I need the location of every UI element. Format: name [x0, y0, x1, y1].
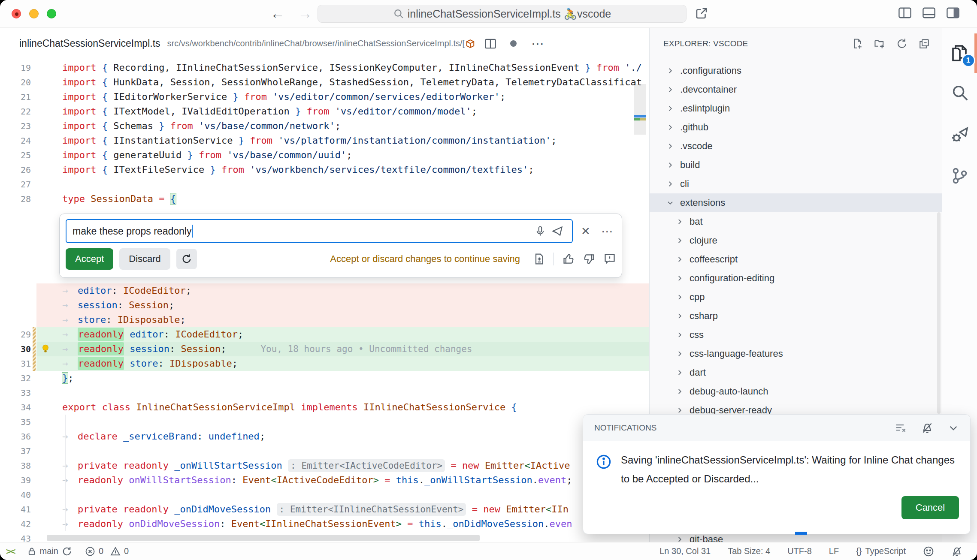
code-line[interactable]: 41→private readonly _onDidMoveSession : … [0, 502, 649, 517]
tree-item-css-language-features[interactable]: css-language-features [650, 344, 942, 363]
tree-item-debug-auto-launch[interactable]: debug-auto-launch [650, 382, 942, 401]
code-line[interactable]: 31→readonly store: IDisposable; [0, 356, 649, 371]
close-icon[interactable]: ✕ [577, 223, 594, 240]
tree-item-devcontainer[interactable]: .devcontainer [650, 80, 942, 99]
tree-item-cpp[interactable]: cpp [650, 288, 942, 307]
code-line[interactable]: 24import { IInstantiationService } from … [0, 133, 649, 148]
code-line[interactable]: 27 [0, 177, 649, 192]
code-line[interactable]: →editor: ICodeEditor; [0, 283, 649, 298]
toggle-sidebar-right-icon[interactable] [946, 7, 960, 19]
code-line[interactable]: 21import { IEditorWorkerService } from '… [0, 90, 649, 104]
problems-indicator[interactable]: 0 0 [85, 546, 129, 557]
code-line[interactable]: 20import { HunkData, Session, SessionWho… [0, 75, 649, 90]
thumbs-down-icon[interactable] [583, 253, 595, 265]
code-line[interactable]: 34export class InlineChatSessionServiceI… [0, 400, 649, 415]
code-line[interactable]: →session: Session; [0, 298, 649, 313]
remote-indicator[interactable]: >< [6, 546, 15, 557]
clear-all-notifications-icon[interactable] [895, 422, 907, 434]
notifications-bell-icon[interactable] [951, 546, 962, 557]
tree-item-clojure[interactable]: clojure [650, 231, 942, 250]
eol-indicator[interactable]: LF [829, 546, 839, 556]
new-folder-icon[interactable] [874, 38, 885, 49]
lightbulb-icon[interactable] [40, 343, 51, 354]
zoom-window-button[interactable] [47, 9, 56, 18]
source-control-view-icon[interactable] [942, 166, 977, 186]
code-line[interactable]: 23import { Schemas } from 'vs/base/commo… [0, 119, 649, 133]
rerun-request-icon[interactable] [176, 249, 197, 269]
code-line[interactable]: 29→readonly editor: ICodeEditor; [0, 327, 649, 342]
code-line[interactable]: 26import { ITextFileService } from 'vs/w… [0, 163, 649, 177]
sidebar-scrollbar[interactable] [937, 212, 941, 414]
code-line[interactable]: 22import { ITextModel, IValidEditOperati… [0, 104, 649, 119]
code-line[interactable]: 42→readonly onDidMoveSession: Event<IInl… [0, 517, 649, 531]
encoding[interactable]: UTF-8 [787, 546, 812, 556]
tree-item-eslintplugin[interactable]: .eslintplugin [650, 99, 942, 118]
collapse-all-icon[interactable] [919, 38, 930, 49]
forward-arrow-icon[interactable]: → [298, 5, 312, 22]
chat-more-actions-icon[interactable]: ⋯ [599, 223, 616, 240]
back-arrow-icon[interactable]: ← [270, 5, 285, 22]
title-search-bar[interactable]: inlineChatSessionServiceImpl.ts 🚴vscode [318, 5, 687, 23]
run-debug-view-icon[interactable] [942, 125, 977, 145]
code-line[interactable]: 30→readonly session: Session;You, 18 hou… [0, 342, 649, 356]
code-token: import [62, 62, 96, 73]
unsaved-dot-icon[interactable] [510, 40, 517, 47]
breadcrumb-path[interactable]: src/vs/workbench/contrib/inlineChat/brow… [167, 39, 465, 48]
breadcrumb-filename[interactable]: inlineChatSessionServiceImpl.ts [19, 38, 160, 49]
toggle-sidebar-left-icon[interactable] [898, 7, 912, 19]
thumbs-up-icon[interactable] [563, 253, 575, 265]
cursor-position[interactable]: Ln 30, Col 31 [659, 546, 711, 556]
tree-item-github[interactable]: .github [650, 118, 942, 137]
code-line[interactable]: 38→private readonly _onWillStartSession … [0, 458, 649, 473]
code-line[interactable]: 25import { generateUuid } from 'vs/base/… [0, 148, 649, 163]
tree-item-dart[interactable]: dart [650, 363, 942, 382]
code-line[interactable]: 33 [0, 385, 649, 400]
inline-chat-input[interactable]: make these props readonly [66, 219, 573, 243]
tree-item-configurations[interactable]: .configurations [650, 61, 942, 80]
code-line[interactable]: 39→readonly onWillStartSession: Event<IA… [0, 473, 649, 488]
tree-item-coffeescript[interactable]: coffeescript [650, 250, 942, 269]
language-mode[interactable]: {}TypeScript [856, 546, 906, 556]
code-line[interactable]: 19import { Recording, IInlineChatSession… [0, 60, 649, 75]
tree-item-bat[interactable]: bat [650, 212, 942, 231]
code-line[interactable]: 35 [0, 415, 649, 429]
minimize-window-button[interactable] [29, 9, 39, 18]
tree-item-extensions[interactable]: extensions [650, 193, 942, 212]
do-not-disturb-icon[interactable] [921, 422, 933, 434]
code-line[interactable]: 40 [0, 488, 649, 502]
close-window-button[interactable] [12, 9, 21, 18]
tree-item-cli[interactable]: cli [650, 175, 942, 193]
discard-button[interactable]: Discard [119, 248, 170, 270]
send-icon[interactable] [549, 223, 566, 240]
branch-indicator[interactable]: main [27, 546, 72, 557]
tree-item-configuration-editing[interactable]: configuration-editing [650, 269, 942, 288]
tree-item-build[interactable]: build [650, 156, 942, 175]
refresh-icon[interactable] [896, 38, 907, 49]
accept-button[interactable]: Accept [66, 248, 113, 270]
tab-size[interactable]: Tab Size: 4 [728, 546, 770, 556]
code-line[interactable]: 37 [0, 444, 649, 458]
feedback-smiley-icon[interactable] [923, 546, 934, 557]
tree-item-csharp[interactable]: csharp [650, 307, 942, 325]
code-editor[interactable]: 19import { Recording, IInlineChatSession… [0, 59, 649, 542]
code-line[interactable]: 36→declare _serviceBrand: undefined; [0, 429, 649, 444]
explorer-view-icon[interactable]: 1 [942, 42, 977, 63]
toggle-panel-icon[interactable] [922, 7, 936, 19]
split-editor-icon[interactable] [484, 38, 496, 49]
insert-changes-icon[interactable] [533, 253, 545, 265]
chevron-down-icon[interactable] [948, 422, 959, 434]
microphone-icon[interactable] [532, 223, 549, 240]
code-line[interactable]: 32}; [0, 371, 649, 385]
tree-item-vscode[interactable]: .vscode [650, 137, 942, 156]
open-external-icon[interactable] [694, 6, 709, 21]
tree-item-css[interactable]: css [650, 325, 942, 344]
editor-more-actions-icon[interactable]: ⋯ [531, 36, 544, 51]
cancel-button[interactable]: Cancel [901, 496, 959, 519]
code-line[interactable]: →store: IDisposable; [0, 313, 649, 327]
code-line[interactable]: 28type SessionData = { [0, 192, 649, 206]
overview-ruler-thumb[interactable] [634, 84, 646, 135]
report-issue-icon[interactable] [604, 253, 616, 265]
horizontal-scrollbar[interactable] [47, 535, 480, 541]
search-view-icon[interactable] [942, 83, 977, 102]
new-file-icon[interactable] [852, 38, 863, 49]
